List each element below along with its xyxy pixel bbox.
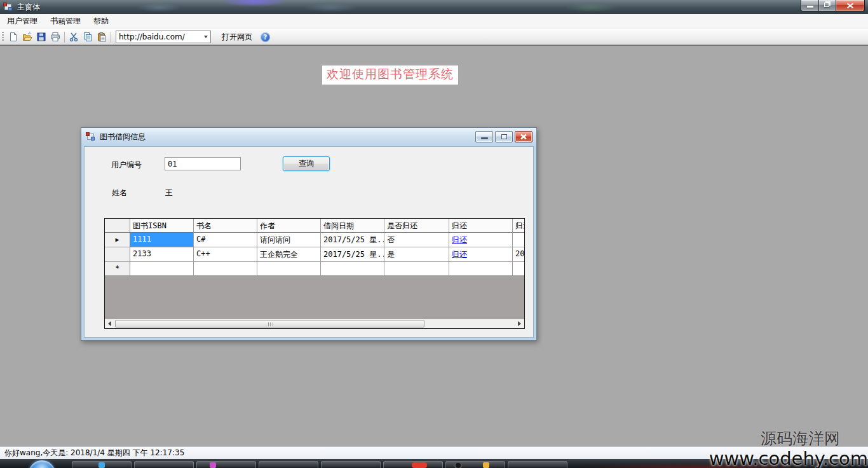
- cell-isbn-selected[interactable]: 1111: [130, 233, 194, 247]
- url-value[interactable]: http://baidu.com/: [116, 32, 201, 41]
- user-id-label: 用户编号: [111, 160, 142, 170]
- help-icon[interactable]: ?: [261, 32, 270, 42]
- scroll-right-icon[interactable]: [515, 319, 524, 328]
- cell-borrow-date[interactable]: 2017/5/25 星...: [321, 233, 384, 247]
- app-icon: [3, 2, 13, 12]
- return-link[interactable]: 归还: [452, 235, 467, 244]
- status-text: 你好wang,今天是: 2018/1/4 星期四 下午 12:17:35: [4, 448, 184, 458]
- close-button[interactable]: [836, 0, 865, 11]
- grid-corner-cell[interactable]: [105, 219, 130, 233]
- row-header-new[interactable]: *: [105, 262, 130, 276]
- close-icon: [520, 134, 527, 140]
- child-minimize-button[interactable]: [475, 131, 493, 142]
- taskbar-app-icon: [412, 462, 427, 468]
- child-close-button[interactable]: [515, 131, 532, 142]
- datagrid: 图书ISBN 书名 作者 借阅日期 是否归还 归还 归还日期 ▶ 1111 C#…: [104, 218, 525, 329]
- cell-return-date[interactable]: [513, 233, 525, 247]
- main-titlebar: 主窗体: [0, 0, 868, 14]
- row-header-current[interactable]: ▶: [105, 233, 130, 247]
- taskbar: [0, 459, 868, 468]
- save-icon[interactable]: [34, 31, 48, 44]
- name-value: 王: [165, 188, 173, 198]
- taskbar-button[interactable]: [508, 461, 567, 468]
- print-icon[interactable]: [48, 31, 62, 44]
- taskbar-app-icon: [454, 462, 462, 468]
- toolbar-separator: [111, 32, 111, 43]
- cell-borrow-date[interactable]: 2017/5/25 星...: [321, 247, 384, 262]
- taskbar-button[interactable]: [134, 461, 194, 468]
- return-link[interactable]: 归还: [452, 250, 467, 259]
- cell-author[interactable]: 请问请问: [257, 233, 321, 247]
- table-row-new: *: [105, 262, 524, 276]
- window-title: 主窗体: [17, 2, 40, 13]
- cell-returned[interactable]: 是: [384, 247, 449, 262]
- cell-empty[interactable]: [130, 262, 194, 276]
- paste-icon[interactable]: [95, 31, 109, 44]
- scroll-left-icon[interactable]: [105, 319, 114, 328]
- child-window-title: 图书借阅信息: [100, 132, 146, 142]
- close-icon: [847, 3, 854, 8]
- taskbar-app-icon: [210, 462, 216, 468]
- menu-help[interactable]: 帮助: [88, 14, 114, 29]
- minimize-button[interactable]: [801, 0, 819, 11]
- child-client-area: 用户编号 查询 姓名 王 图书ISBN 书名 作者 借阅日期 是否归还 归还 归: [84, 146, 534, 338]
- column-header-returned[interactable]: 是否归还: [384, 219, 449, 233]
- scrollbar-thumb[interactable]: [115, 320, 424, 327]
- url-combobox[interactable]: http://baidu.com/: [116, 31, 211, 43]
- cell-book-name[interactable]: C#: [194, 233, 257, 247]
- desktop-screen: 主窗体 用户管理 书籍管理 帮助: [0, 0, 868, 468]
- column-header-book-name[interactable]: 书名: [194, 219, 257, 233]
- cell-empty[interactable]: [257, 262, 321, 276]
- child-titlebar[interactable]: 图书借阅信息: [81, 128, 536, 146]
- grid-empty-area: [105, 276, 524, 315]
- taskbar-app-icon: [98, 462, 105, 468]
- query-button[interactable]: 查询: [283, 156, 330, 171]
- toolbar: http://baidu.com/ 打开网页 ?: [0, 29, 868, 45]
- horizontal-scrollbar[interactable]: [105, 319, 524, 328]
- statusbar: 你好wang,今天是: 2018/1/4 星期四 下午 12:17:35: [0, 446, 868, 459]
- cell-empty[interactable]: [194, 262, 257, 276]
- column-header-isbn[interactable]: 图书ISBN: [130, 219, 194, 233]
- cell-return-date[interactable]: 2017: [513, 247, 525, 262]
- user-id-input[interactable]: [165, 157, 241, 170]
- menubar: 用户管理 书籍管理 帮助: [0, 14, 868, 29]
- cell-empty[interactable]: [384, 262, 449, 276]
- restore-button[interactable]: [819, 0, 836, 11]
- taskbar-button[interactable]: [321, 461, 381, 468]
- child-window-book-borrow-info: 图书借阅信息 用户编号 查询 姓名 王: [81, 127, 537, 341]
- grid-header-row: 图书ISBN 书名 作者 借阅日期 是否归还 归还 归还日期: [105, 219, 524, 233]
- table-row: 2133 C++ 王企鹅完全 2017/5/25 星... 是 归还 2017: [105, 247, 524, 262]
- new-row-icon: *: [115, 264, 119, 273]
- row-header[interactable]: [105, 247, 130, 262]
- start-orb-icon[interactable]: [29, 460, 55, 468]
- cell-author[interactable]: 王企鹅完全: [257, 247, 321, 262]
- cut-icon[interactable]: [67, 31, 81, 44]
- toolbar-grip: [2, 32, 4, 42]
- taskbar-button[interactable]: [196, 461, 256, 468]
- menu-user-management[interactable]: 用户管理: [1, 14, 43, 29]
- column-header-return-date[interactable]: 归还日期: [513, 219, 525, 233]
- cell-empty[interactable]: [321, 262, 384, 276]
- cell-isbn[interactable]: 2133: [130, 247, 194, 262]
- cell-empty[interactable]: [449, 262, 513, 276]
- new-document-icon[interactable]: [6, 31, 20, 44]
- menu-book-management[interactable]: 书籍管理: [44, 14, 86, 29]
- column-header-borrow-date[interactable]: 借阅日期: [321, 219, 384, 233]
- copy-icon[interactable]: [81, 31, 95, 44]
- current-row-icon: ▶: [115, 236, 119, 243]
- child-maximize-button[interactable]: [495, 131, 513, 142]
- cell-returned[interactable]: 否: [384, 233, 449, 247]
- taskbar-button[interactable]: [259, 461, 318, 468]
- taskbar-app-icon: [483, 462, 489, 468]
- column-header-author[interactable]: 作者: [257, 219, 321, 233]
- cell-empty[interactable]: [513, 262, 525, 276]
- table-row: ▶ 1111 C# 请问请问 2017/5/25 星... 否 归还: [105, 233, 524, 247]
- name-label: 姓名: [112, 188, 127, 198]
- open-web-button[interactable]: 打开网页: [219, 31, 255, 44]
- welcome-title: 欢迎使用图书管理系统: [322, 65, 458, 85]
- combo-dropdown-icon[interactable]: [201, 31, 210, 43]
- open-folder-icon[interactable]: [20, 31, 34, 44]
- mdi-client-area: 欢迎使用图书管理系统 图书借阅信息 用户编号 查询 姓名 王: [0, 45, 868, 446]
- cell-book-name[interactable]: C++: [194, 247, 257, 262]
- column-header-return[interactable]: 归还: [449, 219, 513, 233]
